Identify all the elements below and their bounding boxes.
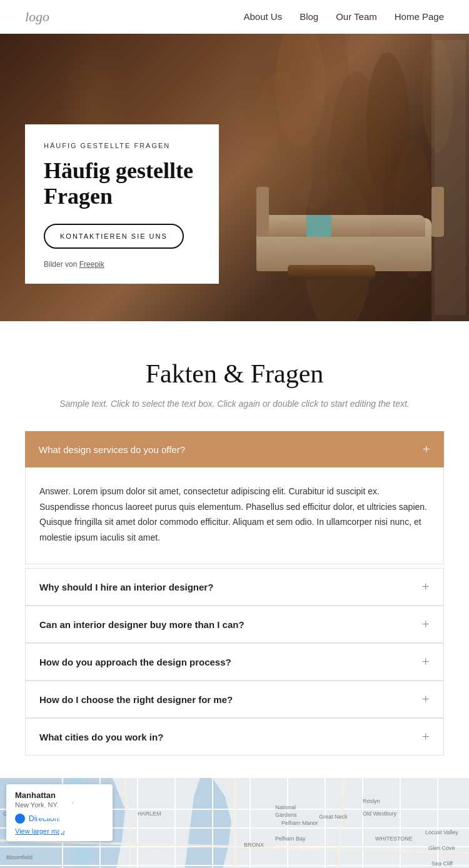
faq-q-2: Can an interior designer buy more than I…: [39, 619, 245, 630]
svg-text:Glen Cove: Glen Cove: [428, 845, 455, 851]
credit-prefix: Bilder von: [44, 260, 77, 269]
map-section: MANHATTAN ASTORIA JACKSON HEIGHTS FLUSHI…: [0, 778, 469, 868]
svg-text:National: National: [275, 804, 296, 811]
faq-q-3: How do you approach the design process?: [39, 657, 231, 667]
svg-marker-94: [37, 790, 83, 836]
map-info-box: Manhattan New York, NY, USA Directions V…: [6, 784, 113, 841]
faq-item-2[interactable]: Can an interior designer buy more than I…: [25, 606, 444, 643]
svg-text:Bloomfield: Bloomfield: [6, 854, 33, 861]
nav-home[interactable]: Home Page: [395, 11, 444, 22]
faq-toggle-3: +: [422, 655, 430, 669]
faq-section: Fakten & Fragen Sample text. Click to se…: [0, 321, 469, 756]
faq-active-item[interactable]: What design services do you offer? +: [25, 431, 444, 467]
faq-toggle-4: +: [422, 692, 430, 706]
faq-item-4[interactable]: How do I choose the right designer for m…: [25, 681, 444, 718]
svg-text:WHITESTONE: WHITESTONE: [375, 836, 413, 842]
svg-text:Great Neck: Great Neck: [319, 814, 348, 820]
section-subtitle: Sample text. Click to select the text bo…: [25, 399, 444, 409]
nav-links: About Us Blog Our Team Home Page: [243, 11, 444, 22]
svg-text:Pelham Manor: Pelham Manor: [281, 820, 318, 826]
faq-active-toggle-icon: +: [423, 442, 430, 456]
card-eyebrow: HÄUFIG GESTELLTE FRAGEN: [44, 142, 200, 149]
svg-text:Locust Valley: Locust Valley: [425, 829, 458, 836]
credit-link[interactable]: Freepik: [79, 260, 104, 269]
svg-text:Gardens: Gardens: [275, 812, 297, 818]
map-directions-row: Directions: [15, 814, 104, 824]
section-title: Fakten & Fragen: [25, 359, 444, 389]
svg-text:Old Westbury: Old Westbury: [363, 811, 397, 817]
svg-text:Sea Cliff: Sea Cliff: [431, 861, 453, 867]
faq-toggle-1: +: [422, 580, 430, 594]
svg-text:HARLEM: HARLEM: [138, 811, 161, 817]
faq-item-5[interactable]: What cities do you work in? +: [25, 718, 444, 756]
faq-toggle-2: +: [422, 617, 430, 631]
svg-text:Pelham Bay: Pelham Bay: [275, 836, 306, 842]
map-canvas: MANHATTAN ASTORIA JACKSON HEIGHTS FLUSHI…: [0, 778, 469, 868]
svg-text:BRONX: BRONX: [244, 842, 264, 848]
nav-team[interactable]: Our Team: [336, 11, 377, 22]
nav-about[interactable]: About Us: [243, 11, 282, 22]
faq-answer-text: Answer. Lorem ipsum dolor sit amet, cons…: [39, 484, 430, 545]
directions-icon: [15, 814, 25, 824]
card-credit: Bilder von Freepik: [44, 260, 200, 269]
contact-button[interactable]: KONTAKTIEREN SIE UNS: [44, 224, 184, 249]
svg-text:Roslyn: Roslyn: [363, 798, 380, 804]
hero-furniture: [256, 209, 444, 284]
nav-blog[interactable]: Blog: [300, 11, 318, 22]
hero-card: HÄUFIG GESTELLTE FRAGEN Häufig gestellte…: [25, 124, 219, 284]
faq-item-3[interactable]: How do you approach the design process? …: [25, 643, 444, 681]
faq-active-question: What design services do you offer?: [39, 444, 185, 455]
logo: logo: [25, 9, 49, 25]
faq-q-4: How do I choose the right designer for m…: [39, 694, 233, 705]
faq-active-answer: Answer. Lorem ipsum dolor sit amet, cons…: [25, 467, 444, 564]
hero-section: HÄUFIG GESTELLTE FRAGEN Häufig gestellte…: [0, 34, 469, 321]
faq-q-1: Why should I hire an interior designer?: [39, 582, 213, 592]
faq-item-1[interactable]: Why should I hire an interior designer? …: [25, 568, 444, 606]
card-title: Häufig gestellte Fragen: [44, 158, 200, 210]
faq-q-5: What cities do you work in?: [39, 732, 163, 742]
navbar: logo About Us Blog Our Team Home Page: [0, 0, 469, 34]
faq-toggle-5: +: [422, 730, 430, 744]
